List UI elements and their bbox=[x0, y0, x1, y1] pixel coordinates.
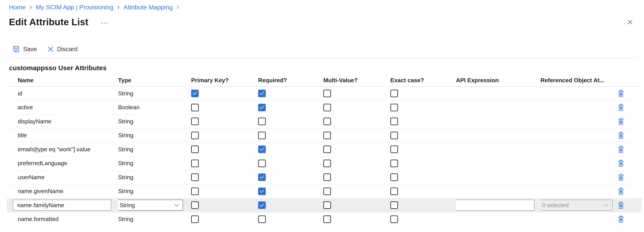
checkbox-required[interactable] bbox=[258, 90, 266, 97]
column-header-type: Type bbox=[118, 77, 191, 84]
delete-row-button[interactable] bbox=[617, 201, 625, 210]
save-button[interactable]: Save bbox=[12, 45, 37, 53]
delete-row-button[interactable] bbox=[617, 173, 625, 182]
delete-row-button[interactable] bbox=[617, 159, 625, 168]
trash-icon bbox=[618, 173, 624, 181]
delete-row-button[interactable] bbox=[617, 117, 625, 126]
breadcrumb-link-1[interactable]: My SCIM App | Provisioning bbox=[36, 3, 114, 11]
attribute-table: NameTypePrimary Key?Required?Multi-Value… bbox=[9, 74, 638, 227]
discard-label: Discard bbox=[57, 46, 78, 53]
checkbox-required[interactable] bbox=[258, 145, 266, 153]
chevron-right-icon bbox=[176, 5, 179, 10]
chevron-down-icon bbox=[604, 204, 608, 207]
checkbox-multi-value[interactable] bbox=[323, 90, 331, 97]
checkbox-required[interactable] bbox=[258, 201, 266, 209]
multi-value-cell bbox=[323, 104, 390, 111]
checkbox-primary-key[interactable] bbox=[191, 216, 199, 223]
delete-row-button[interactable] bbox=[617, 145, 625, 154]
delete-row-button[interactable] bbox=[617, 187, 625, 196]
delete-row-button[interactable] bbox=[617, 103, 625, 112]
checkbox-primary-key[interactable] bbox=[191, 201, 199, 209]
checkbox-primary-key[interactable] bbox=[191, 104, 199, 111]
save-label: Save bbox=[23, 46, 37, 53]
delete-row-button[interactable] bbox=[617, 215, 625, 224]
delete-row-button[interactable] bbox=[617, 89, 625, 98]
chevron-right-icon bbox=[29, 5, 32, 10]
attribute-row: emails[type eq "work"].value String bbox=[9, 143, 638, 157]
attribute-type-select[interactable]: String bbox=[118, 200, 183, 211]
checkbox-required[interactable] bbox=[258, 188, 266, 195]
checkbox-exact-case[interactable] bbox=[390, 132, 398, 139]
primary-key-cell bbox=[191, 188, 258, 195]
checkbox-multi-value[interactable] bbox=[323, 188, 331, 195]
checkbox-multi-value[interactable] bbox=[323, 104, 331, 111]
attribute-name: displayName bbox=[9, 118, 118, 125]
checkbox-required[interactable] bbox=[258, 216, 266, 223]
checkbox-primary-key[interactable] bbox=[191, 145, 199, 153]
checkbox-primary-key[interactable] bbox=[191, 90, 199, 97]
discard-button[interactable]: Discard bbox=[47, 46, 78, 53]
checkbox-exact-case[interactable] bbox=[390, 188, 398, 195]
attribute-type: String bbox=[118, 118, 191, 125]
attribute-row: preferredLanguage String bbox=[9, 157, 638, 171]
delete-cell bbox=[617, 201, 638, 210]
checkbox-multi-value[interactable] bbox=[323, 216, 331, 223]
checkbox-multi-value[interactable] bbox=[323, 117, 331, 125]
checkbox-exact-case[interactable] bbox=[390, 90, 398, 97]
required-cell bbox=[258, 90, 323, 97]
checkbox-exact-case[interactable] bbox=[390, 216, 398, 223]
attribute-type: String bbox=[118, 174, 191, 181]
delete-cell bbox=[617, 145, 638, 154]
trash-icon bbox=[618, 90, 624, 98]
attribute-type: String bbox=[118, 90, 191, 97]
checkbox-multi-value[interactable] bbox=[323, 201, 331, 209]
type-select-value: String bbox=[120, 202, 135, 209]
checkbox-required[interactable] bbox=[258, 160, 266, 167]
checkbox-primary-key[interactable] bbox=[191, 188, 199, 195]
checkbox-primary-key[interactable] bbox=[191, 117, 199, 125]
delete-row-button[interactable] bbox=[617, 131, 625, 140]
api-expression-input[interactable] bbox=[456, 200, 534, 211]
checkbox-exact-case[interactable] bbox=[390, 145, 398, 153]
referenced-object-select[interactable]: 0 selected bbox=[540, 200, 613, 211]
toolbar-divider bbox=[9, 58, 638, 58]
column-header-name: Name bbox=[9, 77, 118, 84]
breadcrumb-link-0[interactable]: Home bbox=[9, 3, 26, 11]
checkbox-multi-value[interactable] bbox=[323, 132, 331, 139]
checkbox-primary-key[interactable] bbox=[191, 160, 199, 167]
checkbox-required[interactable] bbox=[258, 132, 266, 139]
checkbox-multi-value[interactable] bbox=[323, 145, 331, 153]
required-cell bbox=[258, 117, 323, 125]
attribute-type: String bbox=[118, 188, 191, 195]
checkbox-exact-case[interactable] bbox=[390, 104, 398, 111]
delete-cell bbox=[617, 89, 638, 98]
trash-icon bbox=[618, 159, 624, 167]
table-body: id String active Boolean bbox=[9, 87, 638, 227]
checkbox-required[interactable] bbox=[258, 104, 266, 111]
page-title: Edit Attribute List bbox=[9, 17, 88, 27]
checkbox-exact-case[interactable] bbox=[390, 117, 398, 125]
checkbox-required[interactable] bbox=[258, 173, 266, 181]
close-blade-button[interactable] bbox=[625, 17, 635, 27]
primary-key-cell bbox=[191, 160, 258, 167]
checkbox-multi-value[interactable] bbox=[323, 160, 331, 167]
attribute-type: String bbox=[118, 132, 191, 139]
checkbox-exact-case[interactable] bbox=[390, 160, 398, 167]
breadcrumb-link-2[interactable]: Attribute Mapping bbox=[124, 3, 172, 11]
primary-key-cell bbox=[191, 145, 258, 153]
checkbox-primary-key[interactable] bbox=[191, 132, 199, 139]
checkbox-multi-value[interactable] bbox=[323, 173, 331, 181]
attribute-name: title bbox=[9, 132, 118, 139]
attribute-row: name.formatted String bbox=[9, 213, 638, 227]
delete-cell bbox=[617, 215, 638, 224]
attribute-type-cell: String bbox=[118, 200, 191, 211]
attribute-row: active Boolean bbox=[9, 101, 638, 115]
attribute-name: name.formatted bbox=[9, 216, 118, 223]
checkbox-exact-case[interactable] bbox=[390, 201, 398, 209]
checkbox-primary-key[interactable] bbox=[191, 173, 199, 181]
more-actions-button[interactable]: … bbox=[100, 18, 108, 23]
checkbox-exact-case[interactable] bbox=[390, 173, 398, 181]
floppy-disk-icon bbox=[12, 45, 20, 53]
attribute-name-input[interactable] bbox=[13, 200, 111, 211]
checkbox-required[interactable] bbox=[258, 117, 266, 125]
